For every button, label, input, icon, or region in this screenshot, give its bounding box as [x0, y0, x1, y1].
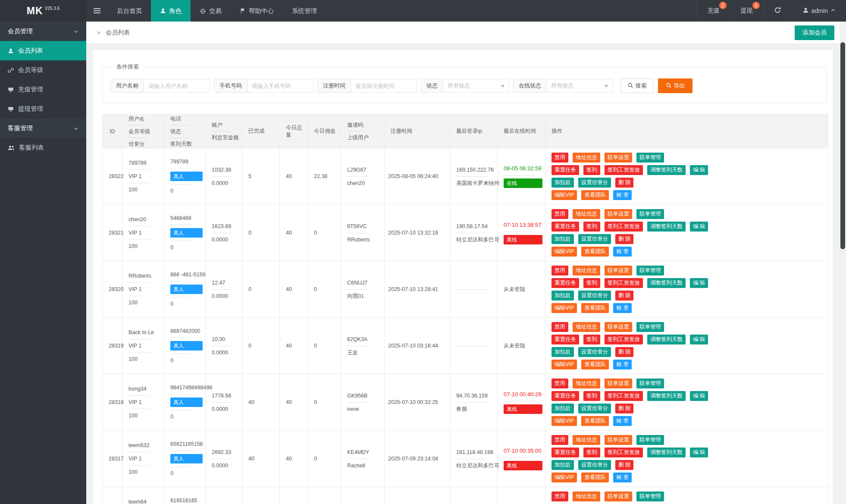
action-order-manage-button[interactable]: 联单管理 — [636, 491, 664, 501]
action-account-change-button[interactable]: 账 变 — [613, 473, 631, 482]
nav-item-trade[interactable]: 交易 — [191, 0, 231, 22]
action-address-info-button[interactable]: 地址信息 — [573, 153, 600, 163]
action-delete-button[interactable]: 删 除 — [615, 291, 633, 301]
action-delete-button[interactable]: 删 除 — [615, 460, 633, 470]
action-sign-in-button[interactable]: 签到 — [583, 448, 600, 457]
refresh-button[interactable] — [763, 0, 792, 22]
action-sign-wage-button[interactable]: 签到工资发放 — [605, 391, 643, 401]
action-sign-in-button[interactable]: 签到 — [583, 391, 600, 401]
action-order-manage-button[interactable]: 联单管理 — [636, 435, 664, 445]
export-button[interactable]: 导出 — [658, 78, 692, 93]
action-order-manage-button[interactable]: 联单管理 — [636, 379, 664, 388]
scrollbar-thumb[interactable] — [840, 42, 845, 249]
action-edit-button[interactable]: 编 辑 — [690, 165, 708, 175]
action-order-settings-button[interactable]: 联单设置 — [605, 153, 632, 163]
action-order-settings-button[interactable]: 联单设置 — [605, 209, 632, 219]
action-add-deduct-button[interactable]: 加扣款 — [551, 291, 574, 301]
action-delete-button[interactable]: 删 除 — [615, 347, 633, 357]
action-edit-vip-button[interactable]: 编辑VIP — [551, 416, 577, 426]
nav-item-system[interactable]: 系统管理 — [283, 0, 326, 22]
action-set-credit-button[interactable]: 设置信誉分 — [578, 460, 611, 470]
online-status-select[interactable]: 所有状态 — [547, 79, 612, 92]
nav-withdraw-button[interactable]: 提现5 — [730, 0, 763, 22]
action-sign-in-button[interactable]: 签到 — [583, 222, 600, 232]
action-disable-button[interactable]: 禁用 — [551, 266, 568, 275]
action-address-info-button[interactable]: 地址信息 — [573, 209, 600, 219]
user-menu[interactable]: admin — [792, 0, 846, 22]
sidebar-item-member-level[interactable]: 会员等级 — [0, 60, 86, 80]
action-add-deduct-button[interactable]: 加扣款 — [551, 234, 574, 244]
search-button[interactable]: 搜索 — [620, 78, 653, 93]
action-order-manage-button[interactable]: 联单管理 — [636, 209, 664, 219]
action-disable-button[interactable]: 禁用 — [551, 379, 568, 388]
action-order-settings-button[interactable]: 联单设置 — [605, 379, 632, 388]
action-order-manage-button[interactable]: 联单管理 — [636, 322, 664, 332]
action-view-team-button[interactable]: 查看团队 — [581, 360, 609, 369]
action-adjust-sign-days-button[interactable]: 调整签到天数 — [647, 448, 686, 457]
action-disable-button[interactable]: 禁用 — [551, 435, 568, 445]
action-adjust-sign-days-button[interactable]: 调整签到天数 — [647, 391, 686, 401]
action-disable-button[interactable]: 禁用 — [551, 322, 568, 332]
action-view-team-button[interactable]: 查看团队 — [581, 303, 609, 313]
action-account-change-button[interactable]: 账 变 — [613, 303, 631, 313]
action-sign-wage-button[interactable]: 签到工资发放 — [605, 335, 643, 344]
action-add-deduct-button[interactable]: 加扣款 — [551, 178, 574, 188]
action-add-deduct-button[interactable]: 加扣款 — [551, 347, 574, 357]
username-input[interactable] — [144, 79, 210, 92]
action-sign-wage-button[interactable]: 签到工资发放 — [605, 448, 643, 457]
action-edit-button[interactable]: 编 辑 — [690, 391, 708, 401]
action-edit-button[interactable]: 编 辑 — [690, 222, 708, 232]
sidebar-item-service-list[interactable]: 客服列表 — [0, 138, 86, 157]
action-reset-task-button[interactable]: 重置任务 — [551, 391, 579, 401]
action-delete-button[interactable]: 删 除 — [615, 234, 633, 244]
action-view-team-button[interactable]: 查看团队 — [581, 247, 609, 257]
action-edit-button[interactable]: 编 辑 — [690, 448, 708, 457]
nav-item-home[interactable]: 后台首页 — [108, 0, 151, 22]
action-sign-wage-button[interactable]: 签到工资发放 — [605, 278, 643, 288]
action-sign-in-button[interactable]: 签到 — [583, 165, 600, 175]
action-adjust-sign-days-button[interactable]: 调整签到天数 — [647, 335, 686, 344]
action-address-info-button[interactable]: 地址信息 — [573, 266, 600, 275]
action-view-team-button[interactable]: 查看团队 — [581, 416, 609, 426]
action-adjust-sign-days-button[interactable]: 调整签到天数 — [647, 222, 686, 232]
action-set-credit-button[interactable]: 设置信誉分 — [578, 178, 611, 188]
action-sign-wage-button[interactable]: 签到工资发放 — [605, 222, 643, 232]
action-account-change-button[interactable]: 账 变 — [613, 360, 631, 369]
action-order-settings-button[interactable]: 联单设置 — [605, 322, 632, 332]
action-edit-vip-button[interactable]: 编辑VIP — [551, 303, 577, 313]
action-order-settings-button[interactable]: 联单设置 — [605, 435, 632, 445]
sidebar-group-service-mgmt[interactable]: 客服管理 — [0, 119, 86, 138]
status-select[interactable]: 所有状态 — [443, 79, 509, 92]
add-member-button[interactable]: 添加会员 — [795, 25, 834, 40]
action-reset-task-button[interactable]: 重置任务 — [551, 335, 579, 344]
nav-item-help[interactable]: 帮助中心 — [231, 0, 283, 22]
action-delete-button[interactable]: 删 除 — [615, 404, 633, 413]
action-sign-wage-button[interactable]: 签到工资发放 — [605, 165, 643, 175]
action-add-deduct-button[interactable]: 加扣款 — [551, 460, 574, 470]
action-reset-task-button[interactable]: 重置任务 — [551, 278, 579, 288]
action-set-credit-button[interactable]: 设置信誉分 — [578, 291, 611, 301]
action-edit-vip-button[interactable]: 编辑VIP — [551, 190, 577, 200]
action-set-credit-button[interactable]: 设置信誉分 — [578, 234, 611, 244]
action-view-team-button[interactable]: 查看团队 — [581, 473, 609, 482]
action-reset-task-button[interactable]: 重置任务 — [551, 165, 579, 175]
action-edit-vip-button[interactable]: 编辑VIP — [551, 247, 577, 257]
action-address-info-button[interactable]: 地址信息 — [573, 379, 600, 388]
action-set-credit-button[interactable]: 设置信誉分 — [578, 404, 611, 413]
action-disable-button[interactable]: 禁用 — [551, 153, 568, 163]
action-reset-task-button[interactable]: 重置任务 — [551, 448, 579, 457]
nav-recharge-button[interactable]: 充值2 — [697, 0, 730, 22]
action-edit-vip-button[interactable]: 编辑VIP — [551, 473, 577, 482]
nav-item-roles[interactable]: 角色 — [151, 0, 191, 22]
action-reset-task-button[interactable]: 重置任务 — [551, 222, 579, 232]
action-disable-button[interactable]: 禁用 — [551, 491, 568, 501]
action-delete-button[interactable]: 删 除 — [615, 178, 633, 188]
action-adjust-sign-days-button[interactable]: 调整签到天数 — [647, 278, 686, 288]
action-sign-in-button[interactable]: 签到 — [583, 335, 600, 344]
sidebar-item-withdraw-mgmt[interactable]: 提现管理 — [0, 99, 86, 119]
scrollbar-track[interactable] — [840, 22, 846, 504]
action-adjust-sign-days-button[interactable]: 调整签到天数 — [647, 165, 686, 175]
menu-toggle-icon[interactable] — [86, 0, 108, 22]
action-edit-button[interactable]: 编 辑 — [690, 335, 708, 344]
action-disable-button[interactable]: 禁用 — [551, 209, 568, 219]
